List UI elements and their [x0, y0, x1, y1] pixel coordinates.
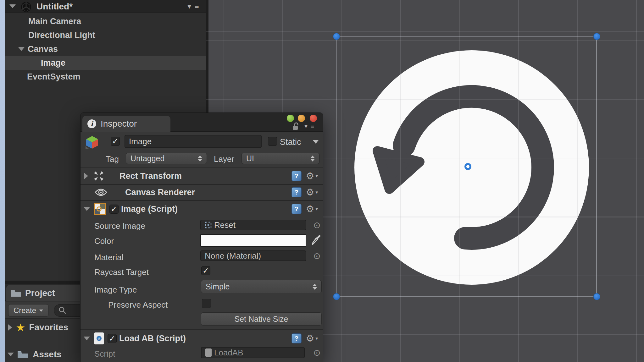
component-title: Rect Transform [119, 171, 182, 181]
help-icon[interactable]: ? [291, 333, 302, 343]
layer-dropdown[interactable]: UI [242, 153, 319, 164]
hierarchy-item-label: Image [41, 58, 65, 68]
load-ab-foldout-icon[interactable] [84, 337, 90, 340]
assets-foldout-icon[interactable] [8, 353, 14, 356]
object-picker-icon[interactable]: ⊙ [313, 252, 320, 261]
component-load-ab-script[interactable]: # ✓ Load AB (Script) ? ⚙▾ [80, 330, 323, 347]
unity-logo-icon [20, 1, 32, 13]
static-label: Static [280, 137, 301, 147]
help-icon[interactable]: ? [291, 187, 302, 197]
image-type-value: Simple [206, 282, 230, 291]
hierarchy-item-main-camera[interactable]: Main Camera [5, 14, 206, 28]
source-image-field[interactable]: Reset [200, 220, 306, 230]
gear-caret-icon: ▾ [315, 336, 318, 341]
csharp-script-icon: # [94, 332, 104, 344]
image-component-icon [94, 203, 106, 215]
gear-icon[interactable]: ⚙ [306, 204, 314, 214]
rect-transform-foldout-icon[interactable] [84, 173, 88, 179]
gear-icon[interactable]: ⚙ [306, 334, 314, 343]
project-item-label: Assets [33, 349, 62, 359]
tag-label: Tag [106, 154, 119, 164]
load-ab-enabled-checkbox[interactable]: ✓ [108, 334, 117, 343]
hierarchy-item-directional-light[interactable]: Directional Light [5, 28, 206, 42]
help-icon[interactable]: ? [291, 171, 302, 181]
window-button-green[interactable] [287, 115, 294, 122]
hierarchy-item-eventsystem[interactable]: EventSystem [5, 70, 206, 84]
name-field[interactable]: Image [125, 135, 262, 148]
dropdown-arrows-icon [198, 156, 202, 162]
inspector-header: i Inspector ▾ ≡ [80, 113, 323, 132]
hierarchy-item-label: Canvas [28, 44, 58, 54]
dropdown-arrows-icon [310, 156, 315, 162]
raycast-target-checkbox[interactable]: ✓ [201, 266, 210, 275]
project-item-label: Favorites [29, 322, 68, 332]
gear-caret-icon: ▾ [315, 189, 318, 195]
canvas-foldout-icon[interactable] [18, 47, 25, 51]
help-icon[interactable]: ? [291, 204, 302, 214]
tab-project[interactable]: Project [6, 285, 82, 301]
lock-open-icon[interactable] [292, 122, 299, 130]
selection-handle-top-left[interactable] [333, 33, 340, 40]
tab-inspector[interactable]: i Inspector [82, 116, 170, 132]
image-enabled-checkbox[interactable]: ✓ [109, 205, 119, 214]
selection-pivot-handle[interactable] [464, 163, 471, 170]
inspector-menu-icon[interactable]: ▾ ≡ [304, 122, 315, 130]
hierarchy-item-canvas[interactable]: Canvas [5, 42, 206, 56]
gear-icon[interactable]: ⚙ [306, 188, 314, 197]
gameobject-cube-icon [85, 135, 99, 150]
component-rect-transform[interactable]: Rect Transform ? ⚙▾ [80, 168, 323, 184]
inspector-window: i Inspector ▾ ≡ ✓ Image ✓ Static Tag Unt… [80, 112, 323, 362]
window-button-red[interactable] [310, 115, 317, 122]
preserve-aspect-checkbox[interactable]: ✓ [202, 299, 211, 308]
component-canvas-renderer[interactable]: Canvas Renderer ? ⚙▾ [80, 185, 323, 200]
canvas-renderer-eye-icon [94, 187, 108, 197]
component-image-script[interactable]: ✓ Image (Script) ? ⚙▾ [80, 201, 323, 217]
eyedropper-icon[interactable] [312, 234, 321, 245]
selection-handle-bottom-left[interactable] [333, 293, 340, 300]
tag-dropdown[interactable]: Untagged [126, 153, 207, 164]
source-image-label: Source Image [94, 221, 145, 231]
image-type-dropdown[interactable]: Simple [201, 280, 322, 293]
project-tab-label: Project [25, 288, 55, 298]
component-title: Image (Script) [121, 204, 178, 214]
star-icon: ★ [16, 322, 25, 333]
script-field[interactable]: LoadAB [201, 347, 305, 358]
gear-caret-icon: ▾ [315, 173, 318, 179]
selection-handle-top-right[interactable] [593, 33, 600, 40]
favorites-foldout-icon[interactable] [8, 324, 12, 331]
color-label: Color [94, 236, 114, 246]
hierarchy-item-label: Directional Light [28, 30, 95, 40]
info-icon: i [87, 119, 96, 128]
static-dropdown-caret-icon[interactable] [313, 140, 319, 144]
create-button[interactable]: Create [8, 304, 48, 317]
folder-icon [17, 350, 28, 359]
script-label: Script [94, 349, 115, 359]
scene-foldout-icon[interactable] [9, 4, 16, 8]
image-script-foldout-icon[interactable] [84, 207, 90, 211]
active-checkbox[interactable]: ✓ [111, 137, 120, 146]
hierarchy-scene-header[interactable]: Untitled* ▾ ≡ [5, 0, 206, 13]
hierarchy-item-image-selected[interactable]: Image [5, 56, 206, 70]
raycast-target-label: Raycast Target [94, 267, 149, 277]
image-type-label: Image Type [94, 285, 137, 295]
gear-caret-icon: ▾ [315, 206, 318, 212]
static-checkbox[interactable]: ✓ [268, 137, 277, 146]
material-field[interactable]: None (Material) [200, 250, 306, 261]
set-native-size-label: Set Native Size [235, 315, 288, 324]
layer-label: Layer [214, 154, 234, 164]
gear-icon[interactable]: ⚙ [306, 171, 314, 181]
object-picker-icon[interactable]: ⊙ [313, 348, 320, 357]
window-button-orange[interactable] [298, 115, 305, 122]
color-swatch[interactable] [200, 234, 306, 247]
folder-icon [11, 289, 21, 297]
object-picker-icon[interactable]: ⊙ [313, 221, 320, 230]
script-page-icon [205, 348, 212, 357]
set-native-size-button[interactable]: Set Native Size [201, 312, 322, 326]
hierarchy-menu-icon[interactable]: ▾ ≡ [187, 2, 200, 11]
inspector-tab-label: Inspector [101, 119, 137, 129]
source-image-value: Reset [214, 220, 236, 230]
scene-name[interactable]: Untitled* [36, 2, 73, 12]
preserve-aspect-label: Preserve Aspect [108, 300, 168, 310]
name-field-value: Image [129, 137, 152, 146]
selection-handle-bottom-right[interactable] [593, 293, 600, 300]
